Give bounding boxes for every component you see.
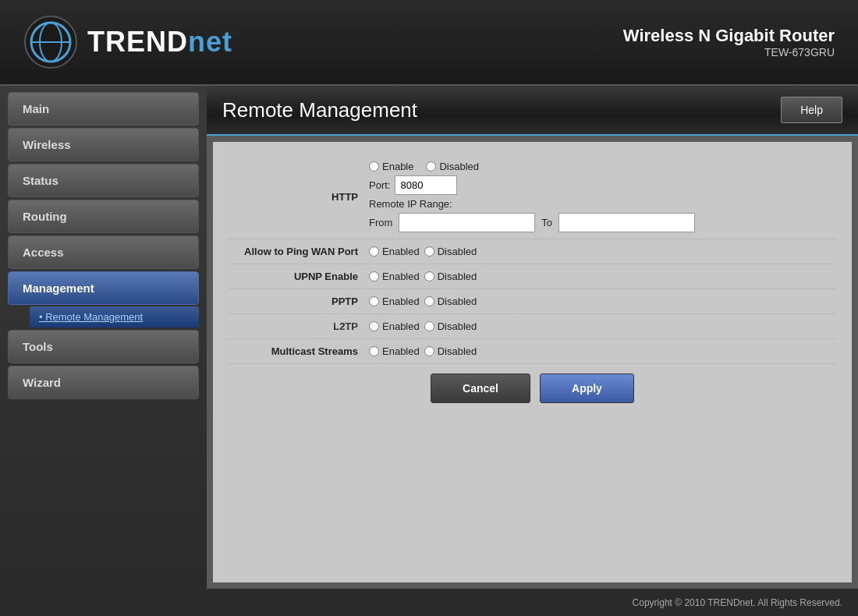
pptp-row: PPTP Enabled Disabled [229,289,836,314]
from-ip-input[interactable] [399,213,535,232]
ip-section: Remote IP Range: From To [369,198,695,232]
ping-disabled-radio[interactable] [424,246,434,257]
http-row: HTTP Enable Disabled [229,154,836,239]
sidebar-subitem-remote-management[interactable]: • Remote Management [30,306,199,327]
from-label: From [369,217,392,228]
to-ip-input[interactable] [558,213,695,232]
copyright-text: Copyright © 2010 TRENDnet. All Rights Re… [633,597,842,608]
product-name: Wireless N Gigabit Router [623,26,835,46]
pptp-disabled-radio[interactable] [424,296,434,306]
http-enable-radio[interactable] [369,161,379,172]
content-header: Remote Management Help [207,86,858,136]
ip-fields: From To [369,213,695,232]
upnp-disabled-label[interactable]: Disabled [424,271,477,282]
multicast-disabled-label[interactable]: Disabled [424,345,477,357]
pptp-enabled-radio[interactable] [369,296,379,306]
form-area: HTTP Enable Disabled [213,142,852,582]
ping-wan-controls: Enabled Disabled [369,246,836,257]
to-label: To [541,217,552,228]
multicast-enabled-radio[interactable] [369,346,379,356]
cancel-button[interactable]: Cancel [431,373,530,403]
http-section: Enable Disabled Port: 8080 R [369,161,695,232]
upnp-row: UPNP Enable Enabled Disabled [229,264,836,289]
sidebar-item-tools[interactable]: Tools [8,330,199,363]
multicast-row: Multicast Streams Enabled Disabled [229,339,836,364]
page-title: Remote Management [222,98,417,122]
port-label: Port: [369,179,390,191]
help-button[interactable]: Help [781,97,842,123]
l2tp-enabled-radio[interactable] [369,321,379,331]
http-disabled-radio[interactable] [426,161,436,172]
sidebar-item-main[interactable]: Main [8,92,199,126]
port-row: Port: 8080 [369,175,695,195]
pptp-disabled-label[interactable]: Disabled [424,296,477,307]
trendnet-logo-icon [23,15,78,69]
ping-enabled-label[interactable]: Enabled [369,246,420,257]
upnp-label: UPNP Enable [229,271,369,282]
l2tp-controls: Enabled Disabled [369,320,836,332]
header: TRENDnet Wireless N Gigabit Router TEW-6… [0,0,858,86]
multicast-disabled-radio[interactable] [424,346,434,356]
pptp-controls: Enabled Disabled [369,296,836,307]
ping-wan-row: Allow to Ping WAN Port Enabled Disabled [229,239,836,264]
l2tp-enabled-label[interactable]: Enabled [369,320,420,332]
http-controls: Enable Disabled Port: 8080 R [369,161,836,232]
ping-enabled-radio[interactable] [369,246,379,257]
product-info: Wireless N Gigabit Router TEW-673GRU [623,26,835,58]
ping-disabled-label[interactable]: Disabled [424,246,477,257]
http-disabled-label[interactable]: Disabled [426,161,479,172]
l2tp-disabled-radio[interactable] [424,321,434,331]
logo-area: TRENDnet [23,15,232,69]
port-input[interactable]: 8080 [395,175,457,195]
pptp-enabled-label[interactable]: Enabled [369,296,420,307]
main-layout: Main Wireless Status Routing Access Mana… [0,86,858,589]
content-area: Remote Management Help HTTP Enable [207,86,858,589]
http-enable-label[interactable]: Enable [369,161,413,172]
remote-ip-label: Remote IP Range: [369,198,695,210]
multicast-label: Multicast Streams [229,345,369,357]
sidebar-item-access[interactable]: Access [8,235,199,269]
footer: Copyright © 2010 TRENDnet. All Rights Re… [0,589,858,616]
upnp-enabled-label[interactable]: Enabled [369,271,420,282]
sidebar-item-management[interactable]: Management [8,271,199,305]
sidebar-item-status[interactable]: Status [8,164,199,197]
upnp-controls: Enabled Disabled [369,271,836,282]
pptp-label: PPTP [229,296,369,307]
multicast-enabled-label[interactable]: Enabled [369,345,420,357]
sidebar-item-wizard[interactable]: Wizard [8,366,199,399]
logo-text: TRENDnet [87,26,232,58]
button-row: Cancel Apply [229,364,836,406]
sidebar-item-routing[interactable]: Routing [8,200,199,233]
sidebar-item-wireless[interactable]: Wireless [8,128,199,161]
multicast-controls: Enabled Disabled [369,345,836,357]
sidebar-sub-management: • Remote Management [8,306,199,327]
ping-wan-label: Allow to Ping WAN Port [229,246,369,257]
upnp-disabled-radio[interactable] [424,271,434,281]
l2tp-disabled-label[interactable]: Disabled [424,320,477,332]
http-label: HTTP [229,191,369,203]
l2tp-row: L2TP Enabled Disabled [229,314,836,339]
product-model: TEW-673GRU [623,46,835,58]
apply-button[interactable]: Apply [540,373,634,403]
l2tp-label: L2TP [229,320,369,332]
upnp-enabled-radio[interactable] [369,271,379,281]
sidebar: Main Wireless Status Routing Access Mana… [0,86,207,589]
